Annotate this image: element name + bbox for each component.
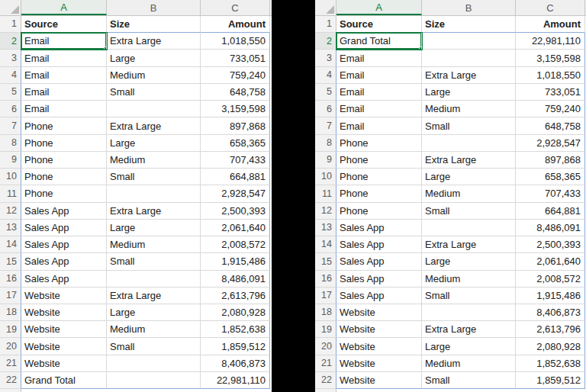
cell-amount[interactable]: 2,080,928 (201, 304, 270, 321)
cell-size[interactable]: Size (107, 16, 201, 33)
row-number[interactable]: 3 (0, 50, 21, 66)
cell-amount[interactable]: 8,406,873 (516, 304, 585, 321)
cell-amount[interactable]: 2,008,572 (201, 236, 270, 253)
column-header-a[interactable]: A (21, 0, 107, 15)
cell-amount[interactable]: 1,852,638 (516, 355, 585, 372)
cell-amount[interactable]: 8,486,091 (516, 220, 585, 236)
row-number[interactable]: 13 (315, 220, 336, 236)
cell-source[interactable]: Sales App (21, 271, 107, 288)
cell-amount[interactable]: 733,051 (201, 50, 270, 66)
fill-handle[interactable] (419, 47, 422, 50)
cell-size[interactable] (422, 50, 516, 66)
row-number[interactable]: 17 (315, 288, 336, 304)
cell-amount[interactable]: 2,500,393 (516, 236, 585, 253)
row-number[interactable]: 16 (315, 271, 336, 288)
cell-source[interactable]: Phone (21, 117, 107, 134)
cell-size[interactable] (107, 185, 201, 202)
cell-amount[interactable]: 2,061,640 (516, 253, 585, 270)
cell-size[interactable]: Small (107, 84, 201, 101)
cell-amount[interactable]: 707,433 (201, 152, 270, 169)
row-number[interactable]: 11 (315, 185, 336, 202)
row-number[interactable]: 10 (315, 169, 336, 185)
row-number[interactable]: 7 (0, 117, 21, 134)
cell-size[interactable]: Medium (422, 271, 516, 288)
row-number[interactable]: 6 (315, 101, 336, 117)
cell-amount[interactable]: 22,981,110 (516, 33, 585, 50)
cell-amount[interactable]: 707,433 (516, 185, 585, 202)
cell-size[interactable]: Medium (107, 321, 201, 338)
row-number[interactable]: 14 (0, 236, 21, 253)
row-number[interactable]: 1 (315, 16, 336, 33)
cell-source[interactable]: Phone (336, 152, 422, 169)
cell-amount[interactable]: 2,928,547 (201, 185, 270, 202)
row-number[interactable]: 16 (0, 271, 21, 288)
cell-amount[interactable]: Amount (201, 16, 270, 33)
cell-source[interactable]: Sales App (21, 253, 107, 270)
cell-size[interactable]: Extra Large (107, 288, 201, 304)
row-number[interactable]: 20 (315, 338, 336, 355)
cell-size[interactable]: Medium (107, 67, 201, 84)
cell-source[interactable]: Sales App (21, 220, 107, 236)
column-header-a[interactable]: A (336, 0, 422, 15)
cell-size[interactable]: Large (107, 220, 201, 236)
row-number[interactable]: 1 (0, 16, 21, 33)
cell-source[interactable]: Website (336, 304, 422, 321)
row-number[interactable]: 15 (315, 253, 336, 270)
cell-source[interactable]: Sales App (336, 220, 422, 236)
column-header-b[interactable]: B (422, 0, 516, 15)
cell-size[interactable]: Small (107, 338, 201, 355)
row-number[interactable]: 3 (315, 50, 336, 66)
row-number[interactable]: 12 (315, 203, 336, 220)
cell-source[interactable]: Sales App (336, 236, 422, 253)
cell-amount[interactable]: 1,915,486 (516, 288, 585, 304)
cell-size[interactable]: Medium (107, 152, 201, 169)
cell-source[interactable]: Website (336, 338, 422, 355)
cell-amount[interactable]: 648,758 (516, 117, 585, 134)
cell-source[interactable]: Sales App (336, 253, 422, 270)
cell-source[interactable]: Sales App (336, 288, 422, 304)
cell-source[interactable]: Source (21, 16, 107, 33)
cell-amount[interactable]: 8,406,873 (201, 355, 270, 372)
cell-size[interactable] (422, 33, 516, 50)
cell-size[interactable]: Large (107, 50, 201, 66)
row-number[interactable]: 4 (0, 67, 21, 84)
row-number[interactable]: 21 (315, 355, 336, 372)
cell-amount[interactable]: 3,159,598 (516, 50, 585, 66)
row-number[interactable]: 19 (315, 321, 336, 338)
cell-size[interactable]: Large (422, 84, 516, 101)
cell-size[interactable]: Large (422, 338, 516, 355)
cell-size[interactable] (422, 304, 516, 321)
cell-source[interactable]: Website (336, 372, 422, 389)
row-number[interactable]: 19 (0, 321, 21, 338)
row-number[interactable]: 13 (0, 220, 21, 236)
cell-source[interactable]: Website (21, 355, 107, 372)
cell-source[interactable]: Email (21, 33, 107, 50)
cell-amount[interactable]: 2,500,393 (201, 203, 270, 220)
cell-amount[interactable]: 664,881 (201, 169, 270, 185)
cell-amount[interactable]: 2,080,928 (516, 338, 585, 355)
cell-size[interactable]: Medium (107, 236, 201, 253)
row-number[interactable]: 6 (0, 101, 21, 117)
cell-amount[interactable]: Amount (516, 16, 585, 33)
cell-amount[interactable]: 759,240 (516, 101, 585, 117)
cell-source[interactable]: Phone (336, 185, 422, 202)
row-number[interactable]: 9 (0, 152, 21, 169)
cell-source[interactable]: Sales App (21, 236, 107, 253)
cell-source[interactable]: Email (21, 101, 107, 117)
cell-size[interactable] (422, 135, 516, 152)
cell-source[interactable]: Email (336, 67, 422, 84)
cell-amount[interactable]: 897,868 (516, 152, 585, 169)
row-number[interactable]: 18 (315, 304, 336, 321)
cell-source[interactable]: Phone (21, 169, 107, 185)
row-number[interactable]: 20 (0, 338, 21, 355)
cell-amount[interactable]: 1,859,512 (516, 372, 585, 389)
row-number[interactable]: 21 (0, 355, 21, 372)
cell-amount[interactable]: 1,852,638 (201, 321, 270, 338)
cell-size[interactable] (422, 220, 516, 236)
cell-size[interactable]: Medium (422, 101, 516, 117)
cell-size[interactable]: Small (422, 372, 516, 389)
cell-amount[interactable]: 759,240 (201, 67, 270, 84)
cell-source[interactable]: Email (336, 50, 422, 66)
cell-amount[interactable]: 648,758 (201, 84, 270, 101)
column-header-c[interactable]: C (516, 0, 585, 15)
